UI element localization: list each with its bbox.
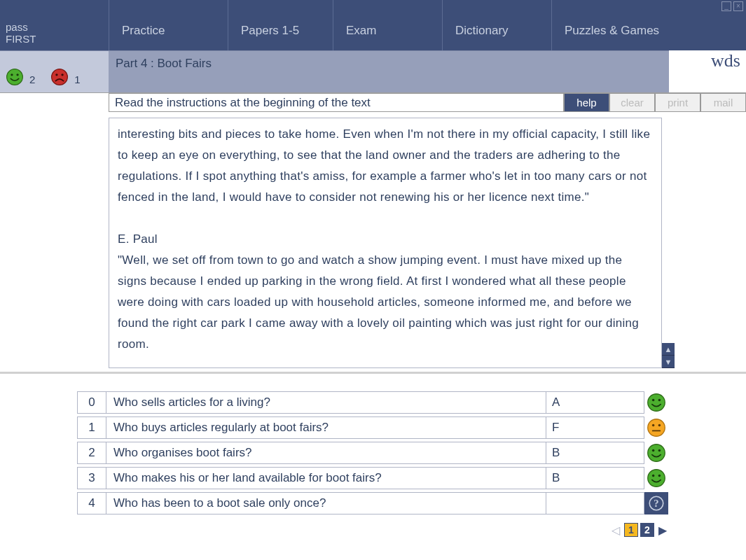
page-2-button[interactable]: 2 [640, 523, 654, 537]
pager: ◁ 1 2 ▶ [0, 517, 746, 537]
nav-dictionary[interactable]: Dictionary [442, 0, 551, 50]
score-panel: 2 1 [0, 50, 109, 92]
passage-paragraph-1: interesting bits and pieces to take home… [118, 124, 653, 208]
scroll-down-icon[interactable]: ▼ [662, 356, 675, 368]
part-title: Part 4 : Boot Fairs [109, 50, 669, 92]
answer-input[interactable]: A [546, 391, 644, 414]
page-1-button[interactable]: 1 [624, 523, 638, 537]
svg-point-9 [648, 419, 665, 437]
passage-area: interesting bits and pieces to take home… [0, 112, 746, 368]
svg-point-15 [658, 449, 661, 452]
nav-puzzles[interactable]: Puzzles & Games [551, 0, 746, 50]
brand-label: wds [669, 50, 746, 92]
question-list: 0 Who sells articles for a living? A 1 W… [0, 391, 746, 514]
passage-paragraph-2: "Well, we set off from town to go and wa… [118, 250, 653, 355]
question-number: 2 [77, 442, 106, 464]
top-nav-bar: pass FIRST Practice Papers 1-5 Exam Dict… [0, 0, 746, 50]
status-correct-icon [644, 391, 668, 414]
happy-face-icon [6, 68, 24, 86]
instr-spacer [0, 93, 109, 112]
answer-input[interactable] [546, 492, 644, 514]
question-number: 0 [77, 391, 106, 414]
instruction-text: Read the instructions at the beginning o… [109, 93, 564, 112]
scroll-control: ▲ ▼ [662, 118, 676, 368]
answer-input[interactable]: B [546, 442, 644, 464]
instruction-row: Read the instructions at the beginning o… [0, 92, 746, 112]
question-text: Who buys articles regularly at boot fair… [106, 416, 546, 439]
nav-papers[interactable]: Papers 1-5 [228, 0, 333, 50]
clear-button[interactable]: clear [609, 93, 655, 112]
answer-input[interactable]: F [546, 416, 644, 439]
svg-point-4 [56, 74, 58, 76]
sub-header: 2 1 Part 4 : Boot Fairs wds [0, 50, 746, 92]
window-controls: _ × [721, 1, 743, 11]
svg-point-2 [16, 74, 18, 76]
svg-point-0 [7, 69, 23, 85]
svg-point-16 [648, 470, 665, 487]
svg-text:?: ? [654, 498, 658, 509]
page-prev-icon: ◁ [609, 524, 622, 537]
question-number: 4 [77, 492, 106, 514]
content-spacer [0, 118, 109, 368]
passage-panel: interesting bits and pieces to take home… [109, 118, 662, 368]
svg-point-7 [652, 399, 655, 402]
question-text: Who has been to a boot sale only once? [106, 492, 546, 514]
page-next-icon[interactable]: ▶ [656, 524, 669, 537]
question-number: 3 [77, 467, 106, 489]
svg-point-8 [658, 399, 661, 402]
question-row: 2 Who organises boot fairs? B [77, 442, 746, 464]
app-logo: pass FIRST [0, 0, 109, 50]
status-correct-icon [644, 467, 668, 489]
help-button[interactable]: help [564, 93, 609, 112]
print-button[interactable]: print [655, 93, 700, 112]
scroll-up-icon[interactable]: ▲ [662, 343, 675, 356]
svg-point-1 [11, 74, 13, 76]
answer-input[interactable]: B [546, 467, 644, 489]
svg-point-17 [652, 475, 655, 477]
svg-point-11 [658, 424, 661, 427]
wrong-count: 1 [74, 74, 80, 85]
correct-count: 2 [29, 74, 35, 85]
nav-practice[interactable]: Practice [109, 0, 228, 50]
question-row: 4 Who has been to a boot sale only once?… [77, 492, 746, 514]
status-correct-icon [644, 442, 668, 464]
status-neutral-icon [644, 416, 668, 439]
question-text: Who sells articles for a living? [106, 391, 546, 414]
svg-point-10 [652, 424, 655, 427]
question-text: Who organises boot fairs? [106, 442, 546, 464]
svg-point-18 [658, 475, 661, 477]
passage-author: E. Paul [118, 229, 653, 250]
logo-line1: pass [6, 21, 109, 33]
logo-line2: FIRST [6, 33, 109, 45]
question-row: 3 Who makes his or her land available fo… [77, 467, 746, 489]
status-pending-icon[interactable]: ? [644, 492, 668, 514]
mail-button[interactable]: mail [700, 93, 746, 112]
nav-exam[interactable]: Exam [333, 0, 442, 50]
svg-point-6 [648, 394, 665, 412]
sad-face-icon [50, 68, 69, 86]
svg-point-14 [652, 449, 655, 452]
svg-point-5 [62, 74, 64, 76]
question-row: 1 Who buys articles regularly at boot fa… [77, 416, 746, 439]
close-icon[interactable]: × [733, 1, 743, 11]
svg-point-13 [648, 444, 665, 462]
question-text: Who makes his or her land available for … [106, 467, 546, 489]
question-number: 1 [77, 416, 106, 439]
svg-point-3 [52, 69, 68, 85]
section-divider [0, 372, 746, 374]
question-row: 0 Who sells articles for a living? A [77, 391, 746, 414]
minimize-icon[interactable]: _ [721, 1, 731, 11]
